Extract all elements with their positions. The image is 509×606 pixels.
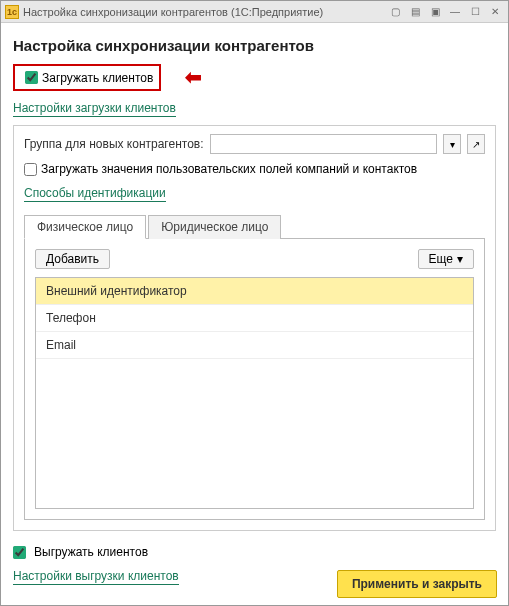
load-custom-fields-checkbox[interactable] bbox=[24, 163, 37, 176]
id-methods-list[interactable]: Внешний идентификатор Телефон Email bbox=[35, 277, 474, 509]
chevron-down-icon: ▾ bbox=[457, 252, 463, 266]
load-clients-label: Загружать клиентов bbox=[42, 71, 153, 85]
load-clients-checkbox[interactable] bbox=[25, 71, 38, 84]
load-settings-panel: Группа для новых контрагентов: ▾ ↗ Загру… bbox=[13, 125, 496, 531]
app-icon: 1c bbox=[5, 5, 19, 19]
more-button-label: Еще bbox=[429, 252, 453, 266]
tabs: Физическое лицо Юридическое лицо bbox=[24, 214, 485, 239]
close-button[interactable]: ✕ bbox=[486, 4, 504, 20]
load-settings-link[interactable]: Настройки загрузки клиентов bbox=[13, 101, 176, 117]
list-item[interactable]: Email bbox=[36, 332, 473, 359]
list-item[interactable]: Внешний идентификатор bbox=[36, 278, 473, 305]
export-clients-label: Выгружать клиентов bbox=[34, 545, 148, 559]
toolbar-btn-3[interactable]: ▣ bbox=[426, 4, 444, 20]
window-title: Настройка синхронизации контрагентов (1С… bbox=[23, 6, 384, 18]
export-settings-link[interactable]: Настройки выгрузки клиентов bbox=[13, 569, 179, 585]
load-clients-highlight: Загружать клиентов bbox=[13, 64, 161, 91]
load-custom-fields-label: Загружать значения пользовательских поле… bbox=[41, 162, 417, 176]
toolbar-btn-1[interactable]: ▢ bbox=[386, 4, 404, 20]
minimize-button[interactable]: — bbox=[446, 4, 464, 20]
toolbar-btn-2[interactable]: ▤ bbox=[406, 4, 424, 20]
tab-body: Добавить Еще ▾ Внешний идентификатор Тел… bbox=[24, 239, 485, 520]
more-button[interactable]: Еще ▾ bbox=[418, 249, 474, 269]
tab-legal-entity[interactable]: Юридическое лицо bbox=[148, 215, 281, 239]
group-field-dropdown-button[interactable]: ▾ bbox=[443, 134, 461, 154]
window-titlebar: 1c Настройка синхронизации контрагентов … bbox=[1, 1, 508, 23]
maximize-button[interactable]: ☐ bbox=[466, 4, 484, 20]
apply-close-button[interactable]: Применить и закрыть bbox=[337, 570, 497, 598]
highlight-arrow-icon: ⬅ bbox=[185, 65, 202, 89]
tab-individual[interactable]: Физическое лицо bbox=[24, 215, 146, 239]
add-button[interactable]: Добавить bbox=[35, 249, 110, 269]
group-field-open-button[interactable]: ↗ bbox=[467, 134, 485, 154]
page-title: Настройка синхронизации контрагентов bbox=[13, 37, 496, 54]
id-methods-link[interactable]: Способы идентификации bbox=[24, 186, 166, 202]
list-item[interactable]: Телефон bbox=[36, 305, 473, 332]
group-field-input[interactable] bbox=[210, 134, 437, 154]
export-clients-checkbox[interactable] bbox=[13, 546, 26, 559]
group-field-label: Группа для новых контрагентов: bbox=[24, 137, 204, 151]
